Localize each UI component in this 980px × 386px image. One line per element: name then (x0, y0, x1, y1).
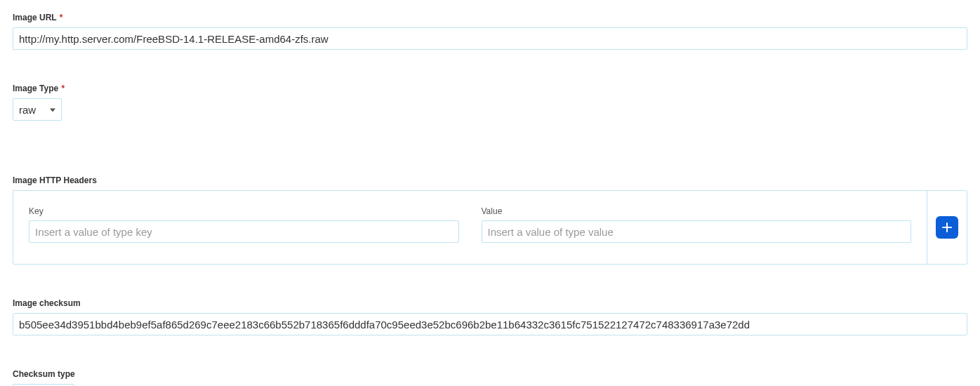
required-indicator: * (61, 84, 65, 93)
header-key-label: Key (29, 206, 459, 216)
header-key-col: Key (29, 206, 459, 243)
header-value-input[interactable] (482, 220, 912, 243)
image-type-label: Image Type * (13, 84, 967, 93)
http-headers-fields: Key Value (13, 191, 927, 264)
http-headers-box: Key Value (13, 190, 967, 265)
label-text: Image Type (13, 84, 58, 93)
header-value-col: Value (482, 206, 912, 243)
add-header-button[interactable] (936, 216, 958, 239)
header-value-label: Value (482, 206, 912, 216)
header-key-input[interactable] (29, 220, 459, 243)
image-type-select[interactable]: raw (13, 98, 62, 121)
http-headers-label: Image HTTP Headers (13, 175, 967, 185)
required-indicator: * (60, 13, 63, 22)
checksum-type-label: Checksum type (13, 369, 967, 379)
http-headers-add-area (927, 191, 967, 264)
image-url-label: Image URL * (13, 13, 967, 22)
image-url-input[interactable] (13, 27, 967, 50)
checksum-label: Image checksum (13, 298, 967, 308)
checksum-input[interactable] (13, 313, 967, 335)
label-text: Image URL (13, 13, 56, 22)
plus-icon (941, 222, 953, 233)
